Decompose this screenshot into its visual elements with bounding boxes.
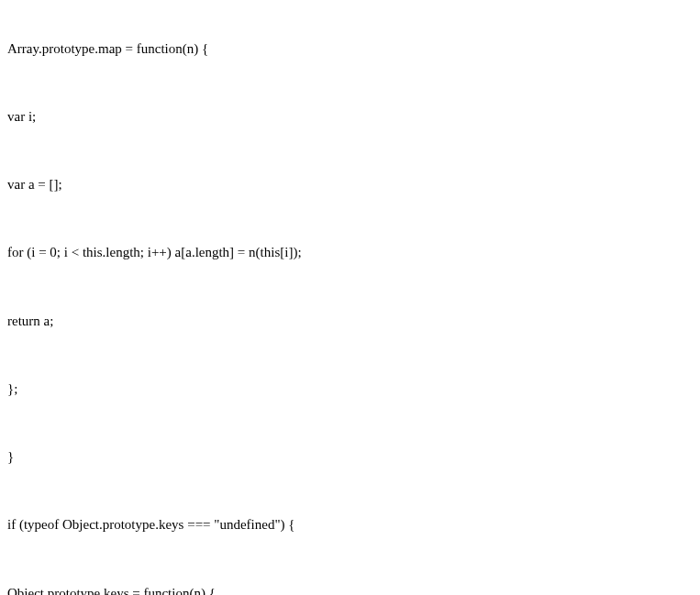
code-line: } — [7, 446, 693, 468]
code-line: var a = []; — [7, 173, 693, 196]
code-line: }; — [7, 378, 693, 401]
code-line: Object.prototype.keys = function(n) { — [7, 582, 693, 596]
code-line: for (i = 0; i < this.length; i++) a[a.le… — [7, 241, 693, 264]
code-block: Array.prototype.map = function(n) { var … — [0, 0, 700, 595]
code-line: if (typeof Object.prototype.keys === "un… — [7, 513, 693, 536]
code-line: var i; — [7, 105, 693, 128]
code-line: return a; — [7, 310, 693, 333]
code-line: Array.prototype.map = function(n) { — [7, 38, 693, 61]
